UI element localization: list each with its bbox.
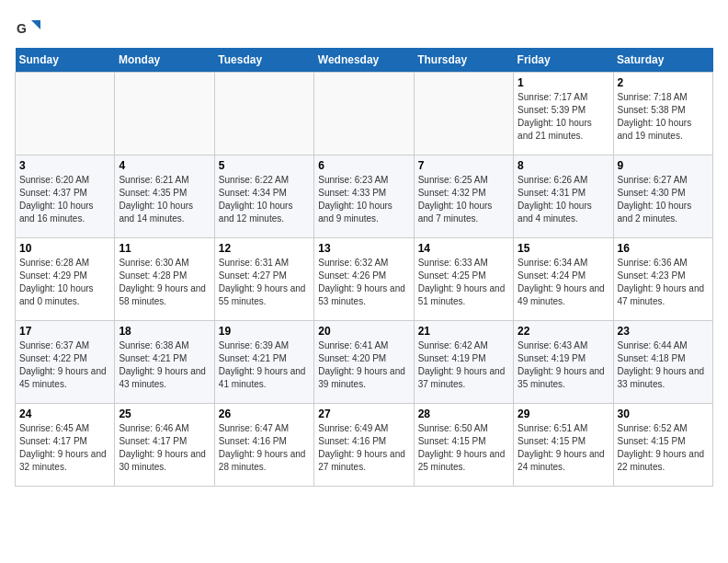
day-cell: 13Sunrise: 6:32 AM Sunset: 4:26 PM Dayli… <box>314 238 414 321</box>
day-cell: 8Sunrise: 6:26 AM Sunset: 4:31 PM Daylig… <box>514 155 613 238</box>
day-number: 19 <box>219 325 310 338</box>
day-number: 1 <box>518 76 609 89</box>
calendar-table: SundayMondayTuesdayWednesdayThursdayFrid… <box>15 48 713 487</box>
day-info: Sunrise: 6:36 AM Sunset: 4:23 PM Dayligh… <box>618 257 709 308</box>
day-number: 16 <box>618 242 709 255</box>
day-number: 6 <box>318 159 409 172</box>
col-header-thursday: Thursday <box>414 48 513 73</box>
svg-marker-1 <box>31 20 40 29</box>
day-cell: 4Sunrise: 6:21 AM Sunset: 4:35 PM Daylig… <box>115 155 214 238</box>
day-cell: 22Sunrise: 6:43 AM Sunset: 4:19 PM Dayli… <box>514 321 613 404</box>
day-cell: 18Sunrise: 6:38 AM Sunset: 4:21 PM Dayli… <box>115 321 214 404</box>
day-info: Sunrise: 6:43 AM Sunset: 4:19 PM Dayligh… <box>518 339 609 391</box>
day-info: Sunrise: 6:31 AM Sunset: 4:27 PM Dayligh… <box>219 257 310 308</box>
day-cell: 1Sunrise: 7:17 AM Sunset: 5:39 PM Daylig… <box>514 73 613 155</box>
day-cell: 9Sunrise: 6:27 AM Sunset: 4:30 PM Daylig… <box>613 155 712 238</box>
day-info: Sunrise: 6:51 AM Sunset: 4:15 PM Dayligh… <box>518 422 609 474</box>
day-number: 15 <box>518 242 609 255</box>
day-number: 23 <box>618 325 709 338</box>
day-cell: 19Sunrise: 6:39 AM Sunset: 4:21 PM Dayli… <box>214 321 313 404</box>
day-info: Sunrise: 6:52 AM Sunset: 4:15 PM Dayligh… <box>618 422 709 474</box>
day-info: Sunrise: 6:45 AM Sunset: 4:17 PM Dayligh… <box>19 422 110 474</box>
day-cell: 26Sunrise: 6:47 AM Sunset: 4:16 PM Dayli… <box>214 404 313 487</box>
day-cell <box>16 73 115 155</box>
day-cell: 25Sunrise: 6:46 AM Sunset: 4:17 PM Dayli… <box>115 404 214 487</box>
day-number: 27 <box>318 408 409 420</box>
day-info: Sunrise: 6:38 AM Sunset: 4:21 PM Dayligh… <box>119 339 210 391</box>
day-info: Sunrise: 6:32 AM Sunset: 4:26 PM Dayligh… <box>318 257 409 308</box>
logo: G <box>15 15 44 40</box>
day-info: Sunrise: 6:47 AM Sunset: 4:16 PM Dayligh… <box>219 422 310 474</box>
day-cell: 3Sunrise: 6:20 AM Sunset: 4:37 PM Daylig… <box>16 155 115 238</box>
col-header-wednesday: Wednesday <box>314 48 414 73</box>
day-info: Sunrise: 6:49 AM Sunset: 4:16 PM Dayligh… <box>318 422 409 474</box>
day-cell: 21Sunrise: 6:42 AM Sunset: 4:19 PM Dayli… <box>414 321 513 404</box>
day-number: 11 <box>119 242 210 255</box>
day-number: 25 <box>119 408 210 420</box>
day-cell: 30Sunrise: 6:52 AM Sunset: 4:15 PM Dayli… <box>613 404 712 487</box>
week-row-5: 24Sunrise: 6:45 AM Sunset: 4:17 PM Dayli… <box>16 404 713 487</box>
day-info: Sunrise: 6:25 AM Sunset: 4:32 PM Dayligh… <box>418 174 509 225</box>
week-row-4: 17Sunrise: 6:37 AM Sunset: 4:22 PM Dayli… <box>16 321 713 404</box>
day-number: 20 <box>318 325 409 338</box>
day-number: 5 <box>219 159 310 172</box>
day-number: 9 <box>618 159 709 172</box>
day-info: Sunrise: 6:30 AM Sunset: 4:28 PM Dayligh… <box>119 257 210 308</box>
day-cell: 15Sunrise: 6:34 AM Sunset: 4:24 PM Dayli… <box>514 238 613 321</box>
day-cell <box>115 73 214 155</box>
week-row-2: 3Sunrise: 6:20 AM Sunset: 4:37 PM Daylig… <box>16 155 713 238</box>
day-number: 24 <box>19 408 110 420</box>
day-info: Sunrise: 6:28 AM Sunset: 4:29 PM Dayligh… <box>19 257 110 308</box>
day-cell: 23Sunrise: 6:44 AM Sunset: 4:18 PM Dayli… <box>613 321 712 404</box>
day-number: 30 <box>618 408 709 420</box>
day-number: 26 <box>219 408 310 420</box>
day-cell: 17Sunrise: 6:37 AM Sunset: 4:22 PM Dayli… <box>16 321 115 404</box>
day-number: 14 <box>418 242 509 255</box>
col-header-monday: Monday <box>115 48 214 73</box>
col-header-saturday: Saturday <box>613 48 712 73</box>
logo-icon: G <box>15 15 40 40</box>
day-cell: 12Sunrise: 6:31 AM Sunset: 4:27 PM Dayli… <box>214 238 313 321</box>
day-cell: 27Sunrise: 6:49 AM Sunset: 4:16 PM Dayli… <box>314 404 414 487</box>
week-row-3: 10Sunrise: 6:28 AM Sunset: 4:29 PM Dayli… <box>16 238 713 321</box>
day-info: Sunrise: 7:17 AM Sunset: 5:39 PM Dayligh… <box>518 91 609 143</box>
day-number: 17 <box>19 325 110 338</box>
day-cell: 20Sunrise: 6:41 AM Sunset: 4:20 PM Dayli… <box>314 321 414 404</box>
day-info: Sunrise: 6:21 AM Sunset: 4:35 PM Dayligh… <box>119 174 210 225</box>
day-info: Sunrise: 6:22 AM Sunset: 4:34 PM Dayligh… <box>219 174 310 225</box>
day-info: Sunrise: 6:50 AM Sunset: 4:15 PM Dayligh… <box>418 422 509 474</box>
day-number: 2 <box>618 76 709 89</box>
day-number: 21 <box>418 325 509 338</box>
day-info: Sunrise: 6:26 AM Sunset: 4:31 PM Dayligh… <box>518 174 609 225</box>
day-cell: 11Sunrise: 6:30 AM Sunset: 4:28 PM Dayli… <box>115 238 214 321</box>
day-cell: 28Sunrise: 6:50 AM Sunset: 4:15 PM Dayli… <box>414 404 513 487</box>
day-info: Sunrise: 6:37 AM Sunset: 4:22 PM Dayligh… <box>19 339 110 391</box>
header: G <box>15 15 713 40</box>
day-cell: 2Sunrise: 7:18 AM Sunset: 5:38 PM Daylig… <box>613 73 712 155</box>
col-header-friday: Friday <box>514 48 613 73</box>
day-number: 13 <box>318 242 409 255</box>
day-info: Sunrise: 6:20 AM Sunset: 4:37 PM Dayligh… <box>19 174 110 225</box>
day-info: Sunrise: 6:33 AM Sunset: 4:25 PM Dayligh… <box>418 257 509 308</box>
day-info: Sunrise: 6:46 AM Sunset: 4:17 PM Dayligh… <box>119 422 210 474</box>
day-cell: 5Sunrise: 6:22 AM Sunset: 4:34 PM Daylig… <box>214 155 313 238</box>
day-info: Sunrise: 6:44 AM Sunset: 4:18 PM Dayligh… <box>618 339 709 391</box>
day-cell <box>314 73 414 155</box>
day-info: Sunrise: 6:39 AM Sunset: 4:21 PM Dayligh… <box>219 339 310 391</box>
day-cell <box>214 73 313 155</box>
day-cell: 14Sunrise: 6:33 AM Sunset: 4:25 PM Dayli… <box>414 238 513 321</box>
day-number: 29 <box>518 408 609 420</box>
header-row: SundayMondayTuesdayWednesdayThursdayFrid… <box>16 48 713 73</box>
day-number: 12 <box>219 242 310 255</box>
day-info: Sunrise: 6:34 AM Sunset: 4:24 PM Dayligh… <box>518 257 609 308</box>
day-number: 4 <box>119 159 210 172</box>
day-info: Sunrise: 7:18 AM Sunset: 5:38 PM Dayligh… <box>618 91 709 143</box>
col-header-sunday: Sunday <box>16 48 115 73</box>
day-number: 7 <box>418 159 509 172</box>
day-number: 10 <box>19 242 110 255</box>
day-info: Sunrise: 6:42 AM Sunset: 4:19 PM Dayligh… <box>418 339 509 391</box>
day-info: Sunrise: 6:27 AM Sunset: 4:30 PM Dayligh… <box>618 174 709 225</box>
svg-text:G: G <box>17 21 27 36</box>
day-cell: 6Sunrise: 6:23 AM Sunset: 4:33 PM Daylig… <box>314 155 414 238</box>
day-number: 18 <box>119 325 210 338</box>
